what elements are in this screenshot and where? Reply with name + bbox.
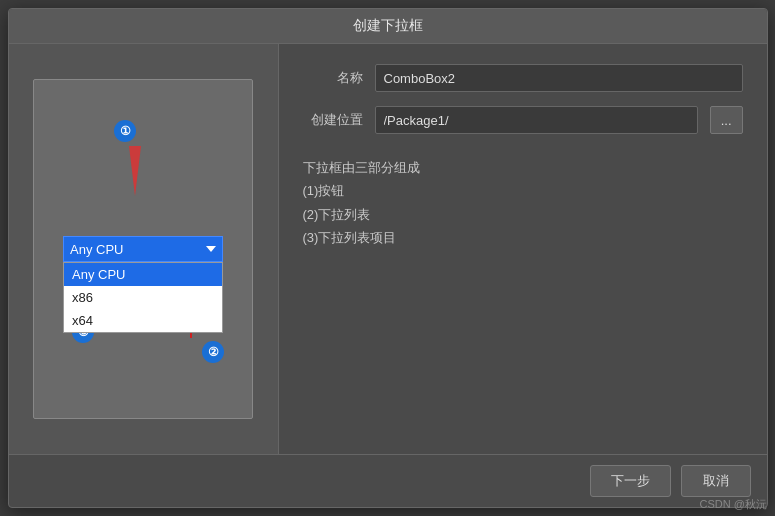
dialog-footer: 下一步 取消 (9, 454, 767, 507)
circle-label-1: ① (114, 120, 136, 142)
combobox-area: Any CPU Any CPU x86 x64 (63, 236, 223, 262)
location-label: 创建位置 (303, 111, 363, 129)
preview-panel: ① Any CPU Any CPU x86 x64 (9, 44, 279, 454)
combobox-button[interactable]: Any CPU (63, 236, 223, 262)
spacer (303, 264, 743, 434)
browse-button[interactable]: ... (710, 106, 743, 134)
location-row: 创建位置 ... (303, 106, 743, 134)
circle-label-2: ② (202, 341, 224, 363)
name-label: 名称 (303, 69, 363, 87)
location-input[interactable] (375, 106, 698, 134)
preview-inner: ① Any CPU Any CPU x86 x64 (33, 79, 253, 419)
description-block: 下拉框由三部分组成 (1)按钮 (2)下拉列表 (3)下拉列表项目 (303, 156, 743, 250)
next-button[interactable]: 下一步 (590, 465, 671, 497)
combobox-arrow-icon (206, 246, 216, 252)
dropdown-item-x86[interactable]: x86 (64, 286, 222, 309)
desc-line-1: (1)按钮 (303, 179, 743, 202)
desc-line-0: 下拉框由三部分组成 (303, 156, 743, 179)
dropdown-item-x64[interactable]: x64 (64, 309, 222, 332)
watermark: CSDN @秋沅 (700, 497, 767, 512)
combobox-selected-label: Any CPU (70, 242, 202, 257)
create-combobox-dialog: 创建下拉框 ① Any CPU Any CPU x86 (8, 8, 768, 508)
right-panel: 名称 创建位置 ... 下拉框由三部分组成 (1)按钮 (2)下拉列表 (3)下… (279, 44, 767, 454)
dialog-title: 创建下拉框 (9, 9, 767, 44)
name-row: 名称 (303, 64, 743, 92)
desc-line-3: (3)下拉列表项目 (303, 226, 743, 249)
arrow-1 (129, 146, 141, 196)
desc-line-2: (2)下拉列表 (303, 203, 743, 226)
dialog-body: ① Any CPU Any CPU x86 x64 (9, 44, 767, 454)
dropdown-list: Any CPU x86 x64 (63, 262, 223, 333)
cancel-button[interactable]: 取消 (681, 465, 751, 497)
dropdown-item-any-cpu[interactable]: Any CPU (64, 263, 222, 286)
name-input[interactable] (375, 64, 743, 92)
